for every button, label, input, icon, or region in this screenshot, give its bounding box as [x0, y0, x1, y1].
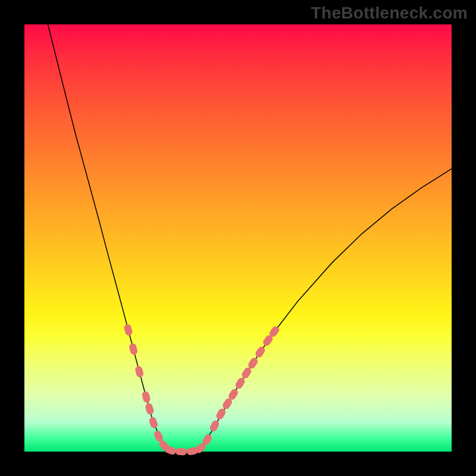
bead	[254, 345, 266, 358]
v-curve	[48, 24, 452, 452]
curve-svg	[24, 24, 452, 452]
chart-frame: TheBottleneck.com	[0, 0, 476, 476]
bead	[141, 390, 151, 403]
bead	[234, 377, 246, 390]
bead	[176, 448, 187, 456]
watermark-text: TheBottleneck.com	[311, 4, 468, 23]
bead	[123, 324, 133, 336]
bead	[148, 416, 158, 429]
plot-area	[24, 24, 452, 452]
bead	[209, 419, 221, 433]
bead	[215, 408, 227, 421]
bead	[145, 402, 155, 415]
bead	[134, 365, 145, 378]
bead	[129, 343, 138, 355]
bead-markers	[123, 324, 280, 456]
